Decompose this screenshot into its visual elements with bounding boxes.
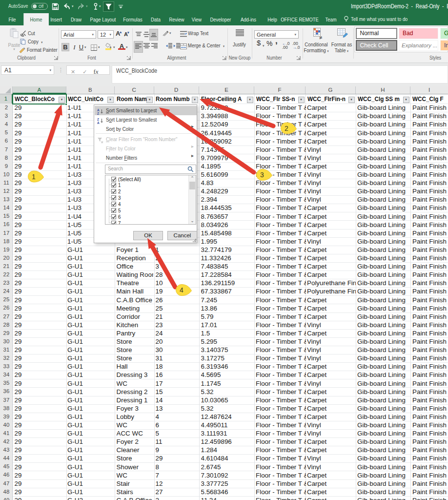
svg-text:2: 2 [285,125,288,132]
svg-text:1: 1 [32,173,36,181]
svg-text:4: 4 [180,286,183,294]
svg-text:3: 3 [260,171,264,179]
